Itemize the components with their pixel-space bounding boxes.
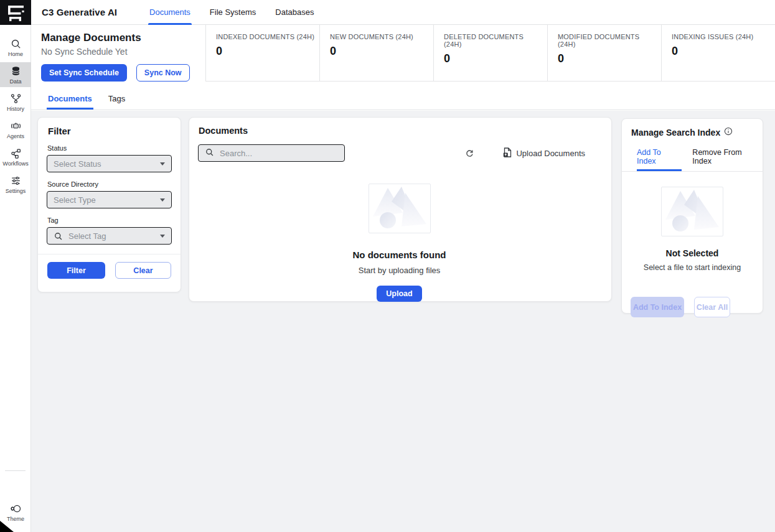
tab-documents[interactable]: Documents — [47, 94, 93, 110]
stat-deleted-documents: DELETED DOCUMENTS (24H) 0 — [433, 25, 547, 81]
topnav-item-documents[interactable]: Documents — [148, 0, 192, 25]
clear-all-button[interactable]: Clear All — [694, 297, 730, 317]
stat-label: MODIFIED DOCUMENTS (24H) — [558, 33, 656, 48]
stat-indexing-issues: INDEXING ISSUES (24H) 0 — [661, 25, 775, 81]
status-select-value: Select Status — [54, 159, 160, 169]
search-icon — [54, 231, 63, 241]
sidebar-divider — [5, 470, 26, 471]
database-icon — [10, 65, 22, 77]
stat-label: INDEXED DOCUMENTS (24H) — [216, 33, 314, 40]
stat-label: DELETED DOCUMENTS (24H) — [444, 33, 542, 48]
tree-icon — [10, 93, 22, 105]
source-directory-select-value: Select Type — [54, 195, 160, 205]
sidebar: Home Data — [0, 0, 31, 532]
sidebar-item-home[interactable]: Home — [0, 35, 31, 60]
upload-documents-button[interactable]: Upload Documents — [503, 147, 585, 159]
refresh-icon — [465, 149, 474, 158]
sidebar-item-workflows[interactable]: Workflows — [0, 144, 31, 169]
documents-search-box — [198, 144, 345, 162]
index-panel-title: Manage Search Index — [631, 128, 720, 138]
tab-remove-from-index[interactable]: Remove From Index — [692, 148, 763, 171]
documents-panel-title: Documents — [199, 126, 601, 136]
stat-new-documents: NEW DOCUMENTS (24H) 0 — [319, 25, 433, 81]
empty-state-illustration — [369, 184, 431, 233]
search-icon — [205, 147, 214, 159]
c3-logo-icon — [0, 0, 31, 25]
stat-label: INDEXING ISSUES (24H) — [672, 33, 770, 40]
upload-button[interactable]: Upload — [377, 286, 421, 302]
stat-value: 0 — [672, 45, 770, 58]
sidebar-item-label: Data — [9, 78, 21, 85]
top-navigation: Documents File Systems Databases — [148, 0, 315, 25]
stat-value: 0 — [558, 52, 656, 65]
index-tabs: Add To Index Remove From Index — [622, 148, 763, 172]
upload-documents-label: Upload Documents — [516, 149, 585, 158]
sidebar-item-data[interactable]: Data — [0, 62, 31, 87]
sidebar-item-agents[interactable]: Agents — [0, 117, 31, 142]
index-empty-title: Not Selected — [666, 248, 719, 258]
content-area: Filter Status Select Status Source Direc… — [31, 111, 775, 532]
add-to-index-button[interactable]: Add To Index — [631, 297, 684, 317]
documents-empty-state: No documents found Start by uploading fi… — [197, 184, 601, 302]
nodes-icon — [10, 147, 22, 159]
chevron-down-icon — [160, 235, 165, 238]
refresh-button[interactable] — [464, 147, 476, 159]
robot-icon — [10, 120, 22, 132]
topnav-item-file-systems[interactable]: File Systems — [209, 0, 257, 25]
stat-label: NEW DOCUMENTS (24H) — [330, 33, 428, 40]
stats-row: INDEXED DOCUMENTS (24H) 0 NEW DOCUMENTS … — [205, 25, 775, 82]
stat-value: 0 — [216, 45, 314, 58]
tag-select[interactable]: Select Tag — [47, 227, 172, 245]
stat-indexed-documents: INDEXED DOCUMENTS (24H) 0 — [205, 25, 319, 81]
filter-button[interactable]: Filter — [47, 262, 105, 279]
clear-button[interactable]: Clear — [115, 262, 171, 279]
empty-state-subtitle: Start by uploading files — [359, 266, 441, 275]
set-sync-schedule-button[interactable]: Set Sync Schedule — [41, 64, 127, 82]
documents-panel: Documents — [189, 117, 612, 302]
filter-panel: Filter Status Select Status Source Direc… — [37, 117, 181, 292]
source-directory-field-label: Source Directory — [47, 180, 172, 188]
chevron-down-icon — [160, 162, 165, 166]
sync-schedule-status: No Sync Schedule Yet — [41, 47, 190, 57]
tag-select-value: Select Tag — [68, 231, 160, 241]
tag-field-label: Tag — [47, 217, 172, 224]
stat-value: 0 — [330, 45, 428, 58]
file-upload-icon — [503, 147, 512, 159]
index-empty-subtitle: Select a file to start indexing — [644, 263, 741, 272]
index-empty-state: Not Selected Select a file to start inde… — [631, 187, 754, 272]
documents-toolbar: Upload Documents — [197, 144, 601, 162]
mouse-cursor — [0, 521, 14, 532]
empty-state-illustration — [661, 187, 723, 236]
stat-value: 0 — [444, 52, 542, 65]
sidebar-item-label: Home — [8, 51, 23, 57]
stat-modified-documents: MODIFIED DOCUMENTS (24H) 0 — [547, 25, 661, 81]
status-select[interactable]: Select Status — [47, 155, 172, 172]
tab-add-to-index[interactable]: Add To Index — [637, 148, 682, 171]
c3-logo[interactable] — [0, 0, 31, 25]
sidebar-item-label: Settings — [6, 188, 26, 194]
search-icon — [10, 38, 22, 50]
topnav-item-databases[interactable]: Databases — [274, 0, 315, 25]
sidebar-item-history[interactable]: History — [0, 90, 31, 114]
topbar: C3 Generative AI Documents File Systems … — [31, 0, 775, 25]
sidebar-item-label: History — [7, 106, 24, 112]
page-title: Manage Documents — [41, 32, 190, 44]
status-field-label: Status — [47, 144, 172, 152]
manage-search-index-panel: Manage Search Index Add To Index Remove … — [621, 118, 763, 314]
subtabs-bar: Documents Tags — [31, 87, 775, 110]
tab-tags[interactable]: Tags — [107, 94, 126, 110]
sync-now-button[interactable]: Sync Now — [136, 64, 190, 82]
chevron-down-icon — [160, 198, 165, 202]
app-title: C3 Generative AI — [42, 7, 117, 17]
sidebar-nav: Home Data — [0, 35, 31, 199]
sidebar-item-settings[interactable]: Settings — [0, 172, 31, 197]
source-directory-select[interactable]: Select Type — [47, 191, 172, 208]
page-header: Manage Documents No Sync Schedule Yet Se… — [41, 32, 190, 82]
filter-panel-title: Filter — [48, 126, 172, 136]
info-icon[interactable] — [724, 127, 733, 138]
documents-search-input[interactable] — [220, 149, 338, 158]
empty-state-title: No documents found — [353, 250, 446, 260]
sliders-icon — [10, 175, 22, 187]
sidebar-item-label: Workflows — [2, 161, 28, 167]
theme-icon — [9, 503, 22, 515]
